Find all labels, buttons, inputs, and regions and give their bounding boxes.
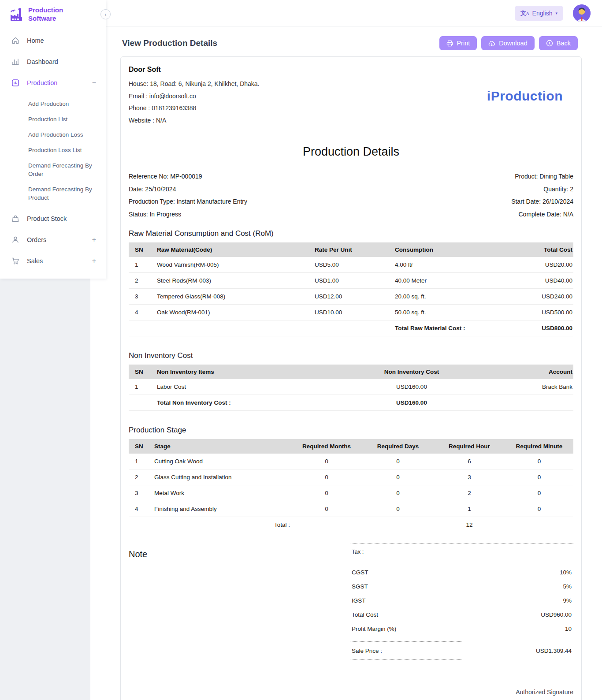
sidebar-collapse-button[interactable]: ‹	[100, 9, 111, 19]
expand-plus-icon[interactable]: +	[92, 257, 96, 265]
complete-date: Complete Date: N/A	[511, 211, 573, 218]
production-date: Date: 25/10/2024	[129, 186, 247, 193]
brand[interactable]: Production Software	[0, 0, 106, 30]
tax-row: Total Cost USD960.00	[350, 608, 573, 622]
language-selector[interactable]: 文A English ▾	[515, 6, 563, 21]
printer-icon	[446, 40, 453, 47]
collapse-minus-icon[interactable]: −	[92, 79, 96, 87]
cell-minute: 0	[505, 469, 573, 485]
signature-block: Authorized Signature	[129, 683, 573, 696]
dashboard-icon	[11, 58, 20, 66]
sidebar-item-label: Product Stock	[27, 215, 96, 222]
sidebar-item-dashboard[interactable]: Dashboard	[0, 51, 106, 72]
cell-sn: 2	[129, 272, 156, 288]
cell-material: Wood Varnish(RM-005)	[156, 257, 314, 273]
sidebar-item-label: Sales	[27, 257, 85, 264]
cell-sn: 4	[129, 304, 156, 320]
production-meta: Reference No: MP-000019 Date: 25/10/2024…	[129, 173, 573, 218]
cell-item: Labor Cost	[156, 379, 341, 395]
sidebar-item-product-stock[interactable]: Product Stock	[0, 208, 106, 229]
stage-total-row: Total : 12	[129, 517, 573, 532]
sidebar-item-demand-forecasting-by-product[interactable]: Demand Forecasting By Product	[28, 182, 100, 205]
table-row: 2 Glass Cutting and Installation 0 0 3 0	[129, 469, 573, 485]
non-inventory-section-title: Non Inventory Cost	[129, 351, 573, 360]
sidebar-item-purchases[interactable]: Purchases +	[0, 272, 106, 279]
tax-value: 9%	[563, 597, 572, 604]
cart-icon	[11, 257, 20, 265]
sidebar-item-orders[interactable]: Orders +	[0, 229, 106, 250]
sidebar-item-production[interactable]: Production −	[0, 72, 106, 93]
cell-consumption: 50.00 sq. ft.	[394, 304, 509, 320]
person-icon	[11, 236, 20, 244]
cell-rate: USD12.00	[314, 288, 394, 304]
production-status: Status: In Progress	[129, 211, 247, 218]
table-row: 1 Cutting Oak Wood 0 0 6 0	[129, 454, 573, 469]
language-label: English	[532, 10, 553, 17]
cell-rate: USD1.00	[314, 272, 394, 288]
sidebar-item-production-loss-list[interactable]: Production Loss List	[28, 142, 100, 158]
table-row: 2 Steel Rods(RM-003) USD1.00 40.00 Meter…	[129, 272, 573, 288]
sidebar-item-demand-forecasting-by-order[interactable]: Demand Forecasting By Order	[28, 158, 100, 182]
arrow-back-icon	[546, 40, 553, 47]
table-row: 4 Finishing and Assembly 0 0 1 0	[129, 501, 573, 517]
expand-plus-icon[interactable]: +	[92, 278, 96, 279]
non-inventory-total-label: Total Non Inventory Cost :	[156, 395, 341, 410]
cell-material: Oak Wood(RM-001)	[156, 304, 314, 320]
column-header: Total Cost	[509, 242, 573, 257]
page-title: View Production Details	[122, 38, 217, 48]
cell-days: 0	[362, 501, 434, 517]
sidebar-item-sales[interactable]: Sales +	[0, 250, 106, 272]
cell-sn: 1	[129, 454, 153, 469]
sidebar-item-home[interactable]: Home	[0, 30, 106, 51]
download-button[interactable]: Download	[481, 36, 535, 50]
sidebar-item-production-list[interactable]: Production List	[28, 112, 100, 127]
back-label: Back	[557, 40, 571, 47]
signature-line	[515, 683, 573, 683]
user-avatar[interactable]	[573, 4, 591, 22]
column-header: SN	[129, 365, 156, 379]
back-button[interactable]: Back	[539, 36, 578, 50]
cell-months: 0	[291, 485, 362, 501]
cell-stage: Metal Work	[153, 485, 291, 501]
tax-label: CGST	[352, 569, 368, 576]
chevron-down-icon: ▾	[555, 11, 557, 15]
tax-value: 5%	[563, 583, 572, 590]
print-button[interactable]: Print	[439, 36, 477, 50]
main-area: 文A English ▾ View Production Details	[90, 0, 602, 700]
cell-sn: 3	[129, 288, 156, 304]
brand-name: Production Software	[28, 6, 63, 23]
cell-minute: 0	[505, 485, 573, 501]
column-header: Required Days	[362, 439, 434, 454]
cell-minute: 0	[505, 501, 573, 517]
cell-total: USD240.00	[509, 288, 573, 304]
page-header: View Production Details Print Downloa	[90, 26, 602, 56]
cell-months: 0	[291, 501, 362, 517]
non-inventory-total-value: USD160.00	[341, 395, 482, 410]
cell-months: 0	[291, 469, 362, 485]
cell-consumption: 40.00 Meter	[394, 272, 509, 288]
column-header: Stage	[153, 439, 291, 454]
sidebar-item-add-production[interactable]: Add Production	[28, 96, 100, 112]
tax-label: IGST	[352, 597, 366, 604]
app-root: 文A English ▾ View Production Details	[0, 0, 602, 700]
sidebar-item-add-production-loss[interactable]: Add Production Loss	[28, 127, 100, 142]
meta-right: Product: Dining Table Quantity: 2 Start …	[511, 173, 573, 218]
sidebar-item-label: Home	[27, 37, 96, 44]
column-header: Rate Per Unit	[314, 242, 394, 257]
cell-rate: USD10.00	[314, 304, 394, 320]
cell-material: Steel Rods(RM-003)	[156, 272, 314, 288]
expand-plus-icon[interactable]: +	[92, 236, 96, 244]
reference-no: Reference No: MP-000019	[129, 173, 247, 180]
sidebar-item-label: Dashboard	[27, 58, 96, 65]
tax-value: USD960.00	[541, 611, 572, 618]
cell-hour: 6	[434, 454, 505, 469]
signature-label: Authorized Signature	[129, 689, 573, 696]
cell-hour: 2	[434, 485, 505, 501]
company-phone: Phone : 0181239163388	[129, 102, 573, 115]
sidebar-item-label: Orders	[27, 236, 85, 243]
sidebar-item-label: Production	[27, 79, 85, 86]
table-row: 4 Oak Wood(RM-001) USD10.00 50.00 sq. ft…	[129, 304, 573, 320]
tax-value: 10	[565, 626, 572, 632]
cell-hour: 1	[434, 501, 505, 517]
column-header: Non Inventory Items	[156, 365, 341, 379]
